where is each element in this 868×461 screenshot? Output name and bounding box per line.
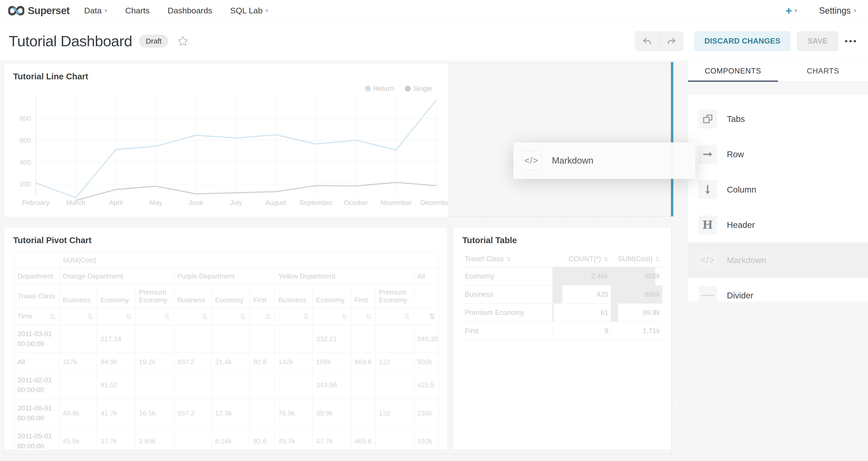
- pivot-cell: 12.3k: [212, 399, 250, 427]
- sidebar-item-label: Column: [727, 185, 756, 194]
- nav-item-charts[interactable]: Charts: [125, 6, 150, 16]
- pivot-cell: [135, 325, 174, 353]
- chevron-down-icon: ▾: [266, 7, 268, 14]
- sort-icon[interactable]: ⇅: [404, 312, 410, 321]
- tabs-icon-box: [698, 110, 717, 128]
- drag-ghost-markdown[interactable]: </> Markdown: [514, 143, 695, 179]
- pivot-time-row: Time⇅⇅⇅⇅⇅⇅⇅⇅⇅⇅⇅⇅: [14, 308, 439, 325]
- pivot-cell: 94.9k: [97, 353, 135, 371]
- table-header-0[interactable]: Travel Class⇅: [462, 251, 552, 267]
- svg-text:June: June: [189, 199, 204, 206]
- pivot-cell: [174, 427, 212, 450]
- pivot-cell: [212, 371, 250, 399]
- sidebar-item-row[interactable]: Row: [688, 136, 868, 172]
- table-row: Business420696k: [462, 285, 662, 304]
- pivot-department-row: DepartmentOrange DepartmentPurple Depart…: [14, 268, 439, 284]
- main-nav: Data▾ChartsDashboardsSQL Lab▾: [84, 6, 268, 16]
- dashboard-title[interactable]: Tutorial Dashboard: [9, 32, 132, 50]
- legend-item-return[interactable]: Return: [365, 85, 394, 92]
- table-header-2[interactable]: SUM(Cost)⇅: [611, 251, 662, 267]
- pivot-cell: [174, 325, 212, 353]
- pivot-chart-card[interactable]: Tutorial Pivot Chart SUM(Cost)Department…: [4, 227, 447, 450]
- chevron-down-icon: ▾: [795, 7, 797, 14]
- pivot-cell: 669.6: [351, 353, 375, 371]
- table-cell-count: 2.46k: [552, 267, 611, 285]
- pivot-class: Economy: [97, 284, 135, 308]
- new-button[interactable]: + ▾: [785, 4, 797, 17]
- pivot-cell: 49.7k: [275, 427, 312, 450]
- pivot-cell: [351, 399, 375, 427]
- sort-icon[interactable]: ⇅: [366, 312, 372, 321]
- pivot-cell: [275, 325, 312, 353]
- line-chart-card[interactable]: Tutorial Line Chart 200400600800February…: [4, 64, 448, 217]
- svg-text:July: July: [230, 199, 242, 206]
- pivot-cell: [275, 371, 312, 399]
- draft-badge: Draft: [139, 35, 168, 48]
- table-cell-sum: 696k: [611, 285, 662, 304]
- table-header-1[interactable]: COUNT(*)⇅: [552, 251, 611, 267]
- svg-text:August: August: [265, 199, 286, 206]
- dashboard-header: Tutorial Dashboard Draft: [0, 22, 868, 61]
- header-icon-box: H: [698, 215, 717, 235]
- markdown-icon-box: </>: [522, 151, 541, 171]
- pivot-cell: 37.7k: [97, 427, 135, 450]
- sort-icon-active[interactable]: ⇅: [429, 312, 435, 321]
- sort-icon[interactable]: ⇅: [164, 312, 170, 321]
- redo-icon: [666, 36, 677, 47]
- sidebar-item-markdown[interactable]: </>Markdown: [688, 242, 868, 278]
- sorter-icon: ⇅: [506, 256, 511, 263]
- tab-charts[interactable]: CHARTS: [778, 61, 868, 81]
- legend-item-single[interactable]: Single: [405, 85, 432, 92]
- svg-text:September: September: [299, 199, 333, 206]
- settings-label: Settings: [819, 6, 851, 16]
- sort-icon[interactable]: ⇅: [341, 312, 347, 321]
- superset-logo[interactable]: Superset: [8, 5, 70, 17]
- svg-text:February: February: [22, 199, 50, 206]
- discard-changes-button[interactable]: DISCARD CHANGES: [694, 31, 790, 51]
- sidebar-item-label: Markdown: [727, 255, 766, 265]
- undo-button[interactable]: [635, 31, 659, 51]
- sort-icon[interactable]: ⇅: [265, 312, 271, 321]
- nav-item-sql-lab[interactable]: SQL Lab▾: [230, 6, 268, 16]
- table-cell-class: Premium Economy: [462, 304, 552, 322]
- chevron-down-icon: ▾: [854, 7, 856, 14]
- table-cell-count: 9: [552, 322, 611, 340]
- redo-button[interactable]: [659, 31, 684, 51]
- more-options-icon[interactable]: •••: [845, 36, 858, 46]
- pivot-cell: [174, 371, 212, 399]
- pivot-row-time: 2011-03-01 00:00:00: [14, 325, 59, 353]
- sort-icon[interactable]: ⇅: [240, 312, 246, 321]
- pivot-cell: [135, 371, 174, 399]
- pivot-cell: [212, 325, 250, 353]
- pivot-row: 2011-02-01 00:00:0081.52343.98425.5: [14, 371, 439, 399]
- sort-icon[interactable]: ⇅: [87, 312, 93, 321]
- svg-text:May: May: [149, 199, 162, 206]
- pivot-cell: 49.9k: [59, 399, 97, 427]
- table-row: Economy2.46k602k: [462, 267, 662, 285]
- sort-icon[interactable]: ⇅: [202, 312, 208, 321]
- sidebar-item-column[interactable]: Column: [688, 172, 868, 207]
- pivot-cell: 92.6: [250, 427, 275, 450]
- plus-icon: +: [785, 4, 792, 17]
- sort-icon[interactable]: ⇅: [126, 312, 132, 321]
- pivot-cell: 937.2: [174, 353, 212, 371]
- svg-text:400: 400: [20, 158, 31, 166]
- settings-menu[interactable]: Settings ▾: [819, 6, 856, 16]
- sidebar-component-list: TabsRowColumnHHeader</>MarkdownDivider: [688, 95, 868, 313]
- tab-components[interactable]: COMPONENTS: [688, 61, 778, 81]
- chart-row[interactable]: Tutorial Line Chart 200400600800February…: [4, 64, 671, 217]
- nav-item-data[interactable]: Data▾: [84, 6, 107, 16]
- nav-item-dashboards[interactable]: Dashboards: [168, 6, 212, 16]
- sort-icon[interactable]: ⇅: [303, 312, 309, 321]
- favorite-star-icon[interactable]: [177, 35, 189, 47]
- pivot-cell: 19.2k: [135, 353, 174, 371]
- tables-row[interactable]: Tutorial Pivot Chart SUM(Cost)Department…: [4, 227, 672, 455]
- sort-icon[interactable]: ⇅: [50, 312, 56, 321]
- pivot-cell: 92.6: [250, 353, 275, 371]
- table-chart-card[interactable]: Tutorial Table Travel Class⇅COUNT(*)⇅SUM…: [454, 227, 671, 450]
- save-button[interactable]: SAVE: [797, 31, 838, 51]
- table-row: First91.71k: [462, 322, 662, 340]
- sidebar-item-label: Header: [727, 220, 755, 230]
- sidebar-item-header[interactable]: HHeader: [688, 207, 868, 242]
- sidebar-item-tabs[interactable]: Tabs: [688, 101, 868, 136]
